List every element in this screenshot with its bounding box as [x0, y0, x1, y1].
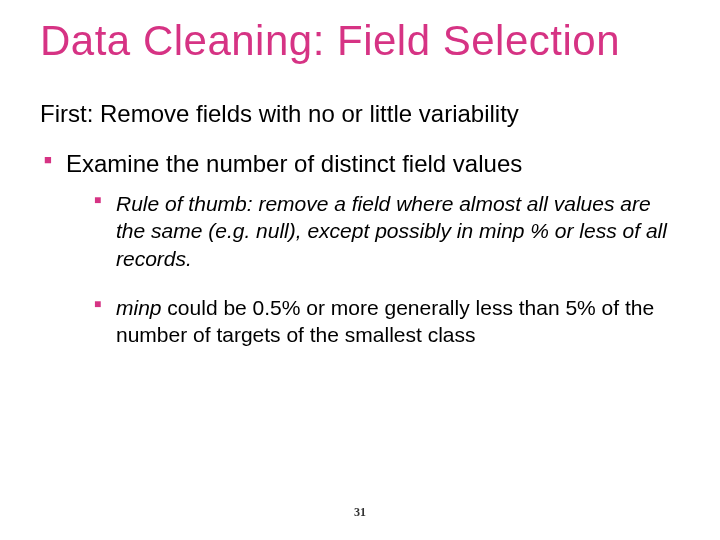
- slide-title: Data Cleaning: Field Selection: [40, 18, 680, 64]
- bullet-l1-text: Examine the number of distinct field val…: [66, 150, 522, 177]
- minp-rest: could be 0.5% or more generally less tha…: [116, 296, 654, 346]
- slide: Data Cleaning: Field Selection First: Re…: [0, 0, 720, 540]
- bullet-l1-examine: Examine the number of distinct field val…: [44, 150, 680, 348]
- intro-text: First: Remove fields with no or little v…: [40, 100, 680, 128]
- bullet-list-level1: Examine the number of distinct field val…: [44, 150, 680, 348]
- bullet-l2-minp: minp could be 0.5% or more generally les…: [94, 294, 680, 349]
- bullet-l2-rule: Rule of thumb: remove a field where almo…: [94, 190, 680, 272]
- bullet-l2-rule-text: Rule of thumb: remove a field where almo…: [116, 192, 667, 270]
- bullet-list-level2: Rule of thumb: remove a field where almo…: [94, 190, 680, 348]
- minp-term: minp: [116, 296, 162, 319]
- page-number: 31: [0, 505, 720, 520]
